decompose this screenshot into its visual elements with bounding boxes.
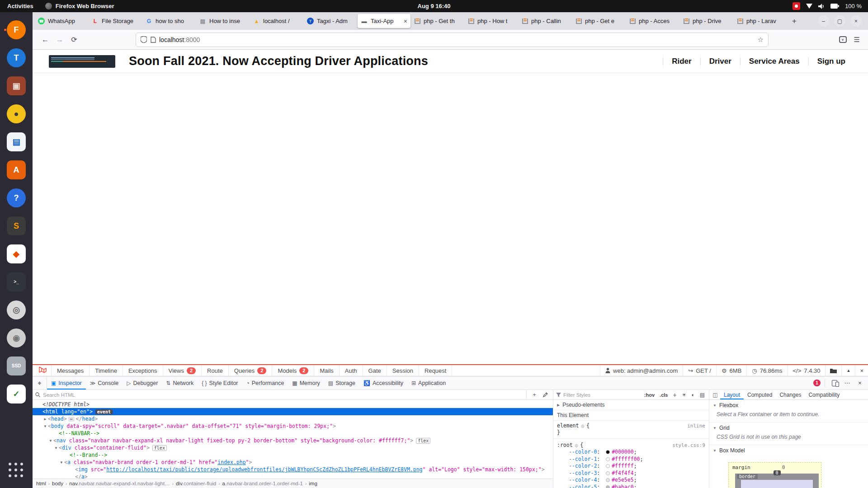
dock-item-show-applications[interactable] xyxy=(3,456,30,484)
expand-arrow-icon[interactable]: ▼ xyxy=(48,437,53,445)
add-rule-icon[interactable]: + xyxy=(671,391,678,399)
toggle-classes-button[interactable]: .cls xyxy=(658,392,669,398)
color-swatch[interactable] xyxy=(606,457,610,461)
nav-link-service-areas[interactable]: Service Areas xyxy=(740,57,808,66)
maximize-button[interactable]: ▢ xyxy=(834,15,845,27)
border-top-value[interactable]: 0 xyxy=(773,470,780,475)
back-button[interactable]: ← xyxy=(38,33,52,47)
markup-row[interactable]: <img src="http://localhost/taxi/public/s… xyxy=(33,466,553,473)
tab-php-callin[interactable]: php - Callin xyxy=(519,14,572,28)
sidebar-tab-compatibility[interactable]: Compatibility xyxy=(805,390,843,399)
bookmark-star-icon[interactable]: ☆ xyxy=(758,36,764,44)
dock-item-diamond-app[interactable]: ◆ xyxy=(3,240,30,268)
url-bar[interactable]: localhost:8000 ☆ xyxy=(136,33,769,47)
nav-link-rider[interactable]: Rider xyxy=(663,57,700,66)
highlight-target-icon[interactable]: ◎ xyxy=(575,442,578,449)
tab-php-get-e[interactable]: php - Get e xyxy=(573,14,626,28)
debugbar-php-version[interactable]: </> 7.4.30 xyxy=(788,365,826,376)
color-swatch[interactable] xyxy=(606,485,610,488)
markup-row[interactable]: <!DOCTYPE html> xyxy=(33,401,553,408)
tab-php-how-t[interactable]: php - How t xyxy=(465,14,518,28)
app-menu-icon[interactable]: ☰ xyxy=(854,36,860,44)
dock-item-libreoffice-writer[interactable]: ▤ xyxy=(3,128,30,156)
new-tab-button[interactable]: + xyxy=(788,14,801,28)
debugbar-tab-mails[interactable]: Mails xyxy=(314,365,339,376)
devtools-tab-console[interactable]: ≫Console xyxy=(86,376,123,389)
box-model-padding-box[interactable] xyxy=(741,480,813,488)
debugbar-tab-auth[interactable]: Auth xyxy=(340,365,363,376)
sidebar-tab-changes[interactable]: Changes xyxy=(776,390,805,399)
close-window-button[interactable]: × xyxy=(850,15,862,27)
debugbar-memory[interactable]: ⚙ 6MB xyxy=(716,365,746,376)
css-property-row[interactable]: --color-1: #ffffff00; xyxy=(557,456,705,463)
pick-element-icon[interactable]: ⌖ xyxy=(33,376,47,389)
dock-item-gray-app-1[interactable]: ◎ xyxy=(3,296,30,324)
devtools-tab-storage[interactable]: ▤Storage xyxy=(324,376,359,389)
breadcrumb-item-a[interactable]: a.navbar-brand.order-1.order-md-1 xyxy=(222,481,303,486)
devtools-tab-accessibility[interactable]: ♿Accessibility xyxy=(359,376,407,389)
flexbox-header[interactable]: ▼ Flexbox xyxy=(709,400,868,411)
markup-row[interactable]: ▼<nav class="navbar navbar-expand-xl nav… xyxy=(33,437,553,444)
focused-app-menu[interactable]: Firefox Web Browser xyxy=(45,3,114,9)
expand-arrow-icon[interactable]: ▼ xyxy=(53,445,59,452)
dock-item-firefox[interactable]: F xyxy=(3,16,30,44)
light-theme-icon[interactable]: ☀ xyxy=(680,392,688,398)
debugbar-tab-gate[interactable]: Gate xyxy=(363,365,387,376)
color-swatch[interactable] xyxy=(606,471,610,475)
breadcrumb-item-body[interactable]: body xyxy=(52,481,63,486)
site-logo[interactable] xyxy=(49,55,115,68)
tab-how-to-sho[interactable]: Ghow to sho xyxy=(142,14,195,28)
markup-row[interactable]: ▼<a class="navbar-brand order-1 order-md… xyxy=(33,459,553,466)
tab-php-drive[interactable]: php - Drive xyxy=(680,14,733,28)
tab-taxi-app[interactable]: ▬Taxi-App× xyxy=(358,14,410,28)
expand-arrow-icon[interactable]: ▶ xyxy=(42,416,48,423)
dock-item-ssd-drive[interactable]: SSD xyxy=(3,352,30,380)
color-swatch[interactable] xyxy=(606,464,610,468)
dock-item-notes-app[interactable]: ✓ xyxy=(3,380,30,408)
debugbar-time[interactable]: ◷ 76.86ms xyxy=(746,365,787,376)
tab-close-icon[interactable]: × xyxy=(404,18,407,25)
page-info-icon[interactable] xyxy=(151,37,156,43)
tab-tagxi-adm[interactable]: TTagxi - Adm xyxy=(304,14,357,28)
breadcrumb-item-nav[interactable]: nav.navbar.navbar-expand-xl.navbar-light… xyxy=(69,481,170,486)
sidebar-tab-computed[interactable]: Computed xyxy=(744,390,776,399)
system-tray[interactable]: 100 % xyxy=(793,2,868,10)
devtools-tab-debugger[interactable]: ▷Debugger xyxy=(123,376,162,389)
css-property-row[interactable]: --color-4: #e5e5e5; xyxy=(557,477,705,484)
margin-top-value[interactable]: 0 xyxy=(782,465,785,470)
nav-link-sign-up[interactable]: Sign up xyxy=(808,57,854,66)
reload-button[interactable]: ⟳ xyxy=(67,33,81,47)
dock-item-media-app[interactable]: ● xyxy=(3,100,30,128)
eyedropper-icon[interactable] xyxy=(540,390,550,399)
tab-whatsapp[interactable]: ☎WhatsApp xyxy=(35,14,88,28)
devtools-tab-network[interactable]: ⇅Network xyxy=(162,376,198,389)
markup-row[interactable]: ▼<body data-spy="scroll" data-target=".n… xyxy=(33,422,553,430)
debugbar-close-button[interactable]: × xyxy=(855,365,868,376)
devtools-more-icon[interactable]: ⋯ xyxy=(842,378,853,389)
breadcrumb-item-html[interactable]: html xyxy=(36,481,46,486)
debugbar-tab-messages[interactable]: Messages xyxy=(51,365,90,376)
expand-arrow-icon[interactable]: ▼ xyxy=(59,459,64,466)
css-property-row[interactable]: --color-0: #000000; xyxy=(557,449,705,456)
color-swatch[interactable] xyxy=(606,478,610,482)
debugbar-tab-queries[interactable]: Queries2 xyxy=(229,365,273,376)
debugbar-tab-route[interactable]: Route xyxy=(202,365,229,376)
debugbar-tab-session[interactable]: Session xyxy=(387,365,419,376)
highlight-target-icon[interactable]: ◎ xyxy=(581,422,584,429)
markup-row[interactable]: ▼<div class="container-fluid">flex xyxy=(33,444,553,451)
forward-button[interactable]: → xyxy=(52,33,67,47)
markup-row[interactable]: <!--Brand--> xyxy=(33,451,553,459)
pocket-icon[interactable]: v xyxy=(839,36,847,43)
devtools-tab-performance[interactable]: ◔Performance xyxy=(242,376,288,389)
markup-row[interactable]: <html lang="en">event xyxy=(33,408,553,415)
expand-arrow-icon[interactable]: ▼ xyxy=(42,423,48,430)
css-property-row[interactable]: --color-2: #ffffff; xyxy=(557,463,705,470)
devtools-tab-memory[interactable]: ▦Memory xyxy=(288,376,324,389)
dock-item-gray-app-2[interactable]: ◉ xyxy=(3,324,30,352)
dock-item-sublime-text[interactable]: S xyxy=(3,212,30,240)
element-rule[interactable]: element ◎ { inline } xyxy=(553,421,709,437)
rule-source-link[interactable]: style.css:9 xyxy=(672,442,705,449)
dock-item-terminal[interactable]: >_ xyxy=(3,268,30,296)
split-pane-icon[interactable]: ◫ xyxy=(710,390,720,399)
css-property-row[interactable]: --color-5: #babac0; xyxy=(557,484,705,488)
